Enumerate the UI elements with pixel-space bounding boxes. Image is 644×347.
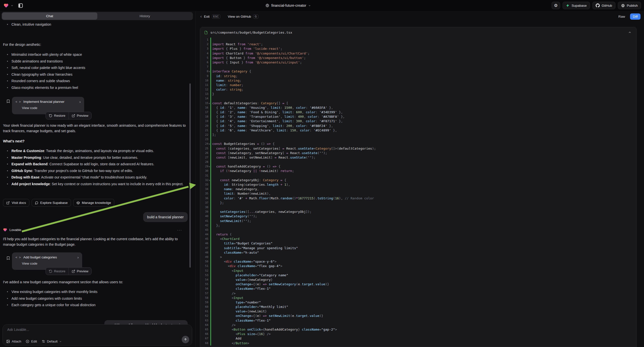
fold-spacer xyxy=(208,282,210,286)
code-line: 39 setCategories([...categories, newCate… xyxy=(200,210,636,214)
settings-button[interactable]: ⚙ xyxy=(552,2,560,9)
project-switcher[interactable]: financial-future-creator xyxy=(265,0,311,11)
image-icon xyxy=(6,340,10,343)
message-menu-icon[interactable]: ··· xyxy=(177,228,182,232)
line-number: 14 xyxy=(200,96,208,101)
send-button[interactable] xyxy=(182,336,189,343)
line-number: 22 xyxy=(200,133,208,137)
fold-chevron-icon[interactable]: ∨ xyxy=(208,164,210,169)
code-line: 30 if (!newCategory || !newLimit) return… xyxy=(200,169,636,173)
view-code-link[interactable]: View code xyxy=(22,106,81,110)
fold-spacer xyxy=(208,155,210,160)
github-button[interactable]: GitHub xyxy=(592,2,615,9)
line-number: 35 xyxy=(200,192,208,196)
code-text xyxy=(211,96,212,101)
fold-spacer xyxy=(208,114,210,119)
bullet-item: Subtle animations and transitions xyxy=(3,58,190,64)
code-line: 19 { id: '4', name: 'Entertainment', lim… xyxy=(200,119,636,124)
code-line: 24∨const BudgetCategories = () => { xyxy=(200,142,636,146)
preview-button[interactable]: Preview xyxy=(68,268,91,275)
assistant-paragraph: I've added a new budget categories manag… xyxy=(3,279,190,285)
next-step-item: Debug with Ease: Activate our experiment… xyxy=(3,174,191,180)
lovable-logo-heart-icon[interactable] xyxy=(4,3,9,8)
chat-input[interactable] xyxy=(7,328,182,335)
fold-spacer xyxy=(208,160,210,164)
code-text: import { Plus } from 'lucide-react'; xyxy=(211,46,282,51)
bullet-item: View existing budget categories with the… xyxy=(3,289,190,295)
line-number: 6 xyxy=(200,60,208,65)
restore-button[interactable]: Restore xyxy=(46,112,68,119)
publish-button[interactable]: Publish xyxy=(618,2,641,9)
collapse-chevron-up-icon[interactable] xyxy=(628,30,632,34)
code-line: 13} xyxy=(200,92,636,96)
code-line: 49 > xyxy=(200,255,636,260)
code-line: 58 <Input xyxy=(200,296,636,300)
fold-chevron-icon[interactable]: ∨ xyxy=(208,101,210,106)
fold-spacer xyxy=(208,255,210,260)
code-line: 29∨ const handleAddCategory = () => { xyxy=(200,164,636,169)
diff-toggle[interactable]: Diff xyxy=(630,14,640,20)
file-diff-card: src/components/budget/BudgetCategories.t… xyxy=(200,27,637,347)
code-editor[interactable]: 12import React from 'react';3import { Pl… xyxy=(200,38,636,346)
code-text: className="h-auto" xyxy=(211,250,259,255)
file-header[interactable]: src/components/budget/BudgetCategories.t… xyxy=(200,27,636,38)
next-step-item: Add project knowledge: Set key context o… xyxy=(3,181,191,187)
chevron-left-icon: ‹ xyxy=(200,14,202,19)
fold-chevron-icon[interactable]: ∨ xyxy=(208,69,210,74)
globe-icon xyxy=(265,4,269,8)
supabase-button[interactable]: Supabase xyxy=(562,2,590,9)
code-text: { id: '5', name: 'Shopping', limit: 200,… xyxy=(211,124,333,128)
added-bullet-list: View existing budget categories with the… xyxy=(3,289,190,309)
raw-toggle[interactable]: Raw xyxy=(615,14,628,20)
line-number: 50 xyxy=(200,260,208,264)
line-number: 2 xyxy=(200,42,208,46)
fold-spacer xyxy=(208,124,210,128)
edit-button[interactable]: Edit xyxy=(26,340,37,343)
attach-button[interactable]: Attach xyxy=(6,340,21,343)
sidebar-toggle-icon[interactable] xyxy=(18,3,23,8)
code-text: <div className="space-y-6"> xyxy=(211,260,276,264)
exit-button[interactable]: ‹ Exit ESC xyxy=(200,14,220,19)
manage-knowledge-button[interactable]: Manage knowledge xyxy=(73,199,114,206)
code-line: 64 /> xyxy=(200,323,636,327)
fold-chevron-icon[interactable]: ∨ xyxy=(208,178,210,182)
fold-spacer xyxy=(208,332,210,336)
external-link-icon xyxy=(6,201,10,204)
fold-spacer xyxy=(208,192,210,196)
next-step-item: Refine & Customize: Tweak the design, an… xyxy=(3,148,191,154)
code-line: 14 xyxy=(200,96,636,101)
code-line: 65 <Button onClick={handleAddCategory} c… xyxy=(200,327,636,332)
fold-chevron-icon[interactable]: ∨ xyxy=(208,142,210,146)
chat-messages: Clean, intuitive navigation For the desi… xyxy=(0,22,196,334)
view-on-github-button[interactable]: View on GitHub G xyxy=(228,14,258,19)
code-line: 27 const [newLimit, setNewLimit] = React… xyxy=(200,155,636,160)
visit-docs-button[interactable]: Visit docs xyxy=(3,199,29,206)
chat-composer: Attach Edit Default xyxy=(2,324,192,346)
fold-spacer xyxy=(208,323,210,327)
preview-button[interactable]: Preview xyxy=(68,112,91,119)
tab-history[interactable]: History xyxy=(97,12,193,20)
code-line: 66 <Plus size={16} /> xyxy=(200,332,636,336)
code-text: setCategories([...categories, newCategor… xyxy=(211,210,312,214)
code-line: 50 <div className="space-y-6"> xyxy=(200,260,636,264)
line-number: 9 xyxy=(200,74,208,78)
line-number: 12 xyxy=(200,87,208,92)
github-label: GitHub xyxy=(602,4,612,8)
bullet-item: Rounded corners and subtle shadows xyxy=(3,78,190,84)
code-line: 15∨const defaultCategories: Category[] =… xyxy=(200,101,636,106)
bookmark-icon[interactable] xyxy=(6,99,10,103)
line-number: 7 xyxy=(200,65,208,69)
mode-selector[interactable]: Default xyxy=(42,340,62,343)
restore-button[interactable]: Restore xyxy=(46,268,68,275)
code-text: id: String(categories.length + 1), xyxy=(211,182,290,187)
project-menu-chevron-down-icon[interactable] xyxy=(11,4,14,7)
explore-supabase-button[interactable]: Explore Supabase xyxy=(32,199,71,206)
bookmark-icon[interactable] xyxy=(6,256,10,260)
fold-spacer xyxy=(208,92,210,96)
view-code-link[interactable]: View code xyxy=(22,262,79,265)
chat-scrollbar[interactable] xyxy=(190,84,191,268)
top-bar: financial-future-creator ⚙ Supabase GitH… xyxy=(0,0,644,11)
line-number: 67 xyxy=(200,336,208,341)
line-number: 53 xyxy=(200,273,208,278)
tab-chat[interactable]: Chat xyxy=(2,12,97,20)
